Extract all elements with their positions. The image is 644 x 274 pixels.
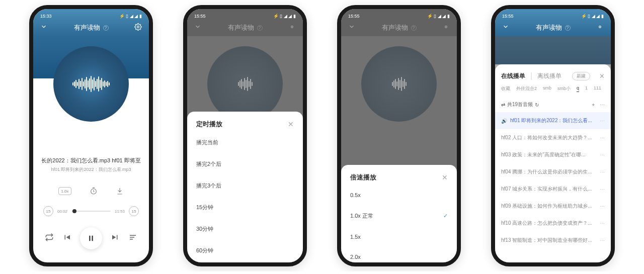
skip-back-button[interactable]: 15 bbox=[43, 206, 53, 216]
phone-playlist: 15:55 ⚡ ▯ ◢ ◢ ▮ 有声读物? 在线播单 | 离线播单 新建 ✕ 收… bbox=[491, 5, 615, 266]
status-bar: 15:55 ⚡ ▯ ◢ ◢ ▮ bbox=[187, 11, 303, 21]
more-icon[interactable]: ⋯ bbox=[600, 152, 605, 158]
tab-online[interactable]: 在线播单 bbox=[501, 72, 525, 80]
speed-option[interactable]: 1.5x bbox=[341, 227, 457, 247]
track-info: 长的2022：我们怎么看.mp3 hf01 即将至 hf01 即将到来的2022… bbox=[33, 157, 149, 173]
gear-icon[interactable] bbox=[596, 23, 604, 33]
shuffle-icon[interactable]: ⇄ bbox=[501, 102, 505, 108]
repeat-icon[interactable] bbox=[45, 233, 54, 244]
info-icon[interactable]: ? bbox=[103, 25, 109, 31]
more-icon[interactable]: ⋯ bbox=[600, 169, 605, 175]
timer-option[interactable]: 播完当前 bbox=[187, 132, 303, 153]
playlist-tabs: 在线播单 | 离线播单 新建 ✕ bbox=[495, 71, 611, 85]
phone-player: 15:33 ⚡ ▯ ◢ ◢ ▮ 有声读物? 长的2022：我们怎么看.mp3 h… bbox=[29, 5, 153, 266]
playlist-panel: 在线播单 | 离线播单 新建 ✕ 收藏外挂混合2smbsmb小q1111 ⇄ 共… bbox=[495, 64, 611, 262]
timer-icon[interactable] bbox=[90, 187, 98, 195]
more-icon[interactable]: ⋯ bbox=[600, 204, 605, 209]
svg-rect-2 bbox=[89, 236, 90, 241]
gear-icon[interactable] bbox=[134, 23, 142, 33]
status-time: 15:33 bbox=[40, 14, 52, 19]
count-label: 共19首音频 bbox=[507, 101, 533, 108]
prev-button[interactable] bbox=[62, 233, 71, 244]
playlist-item[interactable]: hf02 人口：将如何改变未来的大趋势？...⋯ bbox=[495, 129, 611, 146]
timer-sheet: 定时播放 ✕ 播完当前播完2个后播完3个后15分钟30分钟60分钟取消定时 bbox=[187, 112, 303, 262]
timer-option[interactable]: 30分钟 bbox=[187, 218, 303, 240]
header-title: 有声读物? bbox=[536, 23, 571, 32]
svg-point-0 bbox=[137, 26, 139, 28]
skip-forward-button[interactable]: 15 bbox=[129, 206, 139, 216]
source-tab[interactable]: 外挂混合2 bbox=[516, 85, 537, 92]
chevron-down-icon[interactable] bbox=[502, 23, 509, 32]
speed-sheet: 倍速播放 ✕ 0.5x1.0x 正常✓1.5x2.0x bbox=[341, 165, 457, 262]
speed-option[interactable]: 2.0x bbox=[341, 247, 457, 266]
download-icon[interactable] bbox=[116, 187, 124, 195]
elapsed-time: 00:02 bbox=[57, 209, 67, 214]
source-tab[interactable]: 1 bbox=[585, 85, 588, 92]
status-bar: 15:55 ⚡ ▯ ◢ ◢ ▮ bbox=[495, 11, 611, 21]
svg-rect-3 bbox=[92, 236, 93, 241]
progress-row: 15 00:02 11:53 15 bbox=[33, 202, 149, 220]
playlist-item[interactable]: hf07 城乡关系：实现乡村振兴，有什么...⋯ bbox=[495, 180, 611, 198]
speed-option[interactable]: 0.5x bbox=[341, 185, 457, 205]
play-pause-button[interactable] bbox=[80, 227, 102, 249]
main-controls bbox=[33, 227, 149, 249]
speaker-icon: 🔊 bbox=[501, 118, 507, 124]
phone-timer-sheet: 15:55 ⚡ ▯ ◢ ◢ ▮ 有声读物? 定时播放 ✕ 播完当前播完2个后播完… bbox=[183, 5, 307, 266]
more-icon[interactable]: ⋯ bbox=[600, 135, 605, 141]
track-title: 长的2022：我们怎么看.mp3 hf01 即将至 bbox=[39, 157, 143, 164]
album-area bbox=[33, 36, 149, 157]
more-icon[interactable]: ⋯ bbox=[600, 102, 605, 108]
add-icon[interactable]: + bbox=[592, 102, 595, 108]
status-icons: ⚡ ▯ ◢ ◢ ▮ bbox=[273, 14, 296, 19]
status-bar: 15:33 ⚡ ▯ ◢ ◢ ▮ bbox=[33, 11, 149, 21]
speed-option[interactable]: 1.0x 正常✓ bbox=[341, 205, 457, 227]
tab-offline[interactable]: 离线播单 bbox=[537, 72, 561, 80]
timer-option[interactable]: 60分钟 bbox=[187, 240, 303, 261]
playlist-item[interactable]: hf13 智能制造：对中国制造业有哪些好...⋯ bbox=[495, 232, 611, 249]
playlist-icon[interactable] bbox=[128, 233, 137, 244]
phone-speed-sheet: 15:55 ⚡ ▯ ◢ ◢ ▮ 有声读物? 么看.mp3 hf01 即将到来的2… bbox=[337, 5, 461, 266]
svg-point-9 bbox=[599, 26, 601, 28]
speed-button[interactable]: 1.0x bbox=[58, 187, 71, 195]
status-icons: ⚡ ▯ ◢ ◢ ▮ bbox=[581, 14, 604, 19]
source-tab[interactable]: smb bbox=[543, 85, 551, 92]
source-tab[interactable]: q bbox=[577, 85, 579, 92]
more-icon[interactable]: ⋯ bbox=[600, 221, 605, 226]
close-icon[interactable]: ✕ bbox=[288, 120, 294, 128]
waveform-icon bbox=[72, 76, 110, 92]
next-button[interactable] bbox=[111, 233, 120, 244]
status-bar: 15:55 ⚡ ▯ ◢ ◢ ▮ bbox=[341, 11, 457, 21]
source-tab[interactable]: 111 bbox=[594, 85, 601, 92]
timer-option[interactable]: 取消定时 bbox=[187, 261, 303, 266]
progress-bar[interactable] bbox=[71, 211, 111, 212]
sheet-title: 倍速播放 bbox=[350, 173, 376, 182]
source-tab[interactable]: 收藏 bbox=[501, 85, 510, 92]
timer-option[interactable]: 播完2个后 bbox=[187, 153, 303, 175]
more-icon[interactable]: ⋯ bbox=[600, 187, 605, 192]
playlist-item[interactable]: hf03 政策：未来的"高度确定性"在哪...⋯ bbox=[495, 146, 611, 163]
chevron-down-icon[interactable] bbox=[40, 23, 47, 32]
more-icon[interactable]: ⋯ bbox=[600, 118, 605, 124]
status-icons: ⚡ ▯ ◢ ◢ ▮ bbox=[119, 14, 142, 19]
playlist-item[interactable]: hf10 高速公路：怎么把负债变成资产？...⋯ bbox=[495, 215, 611, 232]
sheet-title: 定时播放 bbox=[196, 120, 222, 129]
source-tabs: 收藏外挂混合2smbsmb小q1111 bbox=[495, 85, 611, 97]
more-icon[interactable]: ⋯ bbox=[600, 238, 605, 243]
close-icon[interactable]: ✕ bbox=[442, 173, 448, 181]
status-icons: ⚡ ▯ ◢ ◢ ▮ bbox=[427, 14, 450, 19]
info-icon: ? bbox=[565, 25, 571, 31]
playlist-count-row: ⇄ 共19首音频 ↻ + ⋯ bbox=[495, 97, 611, 112]
playlist-item[interactable]: 🔊hf01 即将到来的2022：我们怎么看...⋯ bbox=[495, 112, 611, 129]
close-icon[interactable]: ✕ bbox=[599, 72, 605, 80]
album-disc bbox=[53, 46, 129, 122]
check-icon: ✓ bbox=[443, 213, 448, 219]
refresh-icon[interactable]: ↻ bbox=[535, 102, 539, 108]
playlist-item[interactable]: hf04 腾挪：为什么这是你必须学会的生...⋯ bbox=[495, 163, 611, 180]
status-time: 15:55 bbox=[348, 14, 360, 19]
header-title: 有声读物? bbox=[74, 23, 109, 32]
playlist-item[interactable]: hf09 基础设施：如何作为枢纽助力城乡...⋯ bbox=[495, 198, 611, 215]
new-button[interactable]: 新建 bbox=[572, 72, 590, 80]
timer-option[interactable]: 15分钟 bbox=[187, 197, 303, 218]
timer-option[interactable]: 播完3个后 bbox=[187, 175, 303, 197]
source-tab[interactable]: smb小 bbox=[557, 85, 571, 92]
